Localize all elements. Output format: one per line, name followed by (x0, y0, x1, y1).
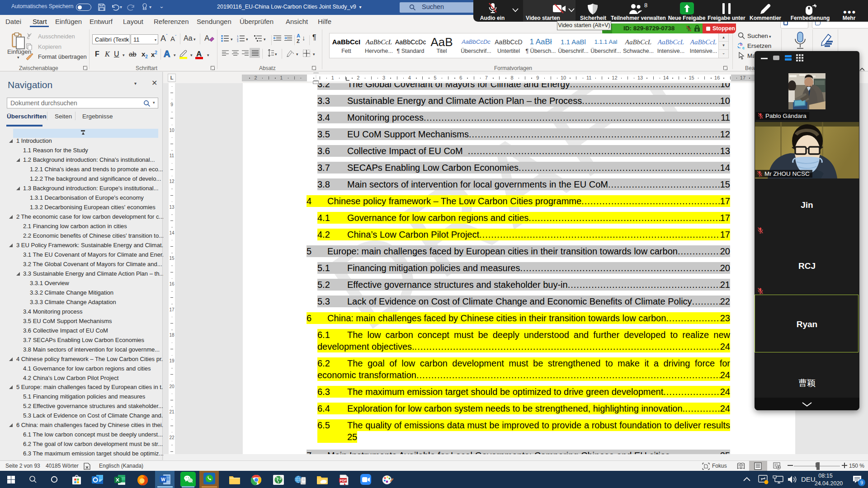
svg-text:3: 3 (237, 40, 239, 42)
svg-text:c: c (742, 46, 745, 50)
svg-text:E: E (696, 28, 698, 32)
svg-text:PDF: PDF (340, 479, 347, 483)
